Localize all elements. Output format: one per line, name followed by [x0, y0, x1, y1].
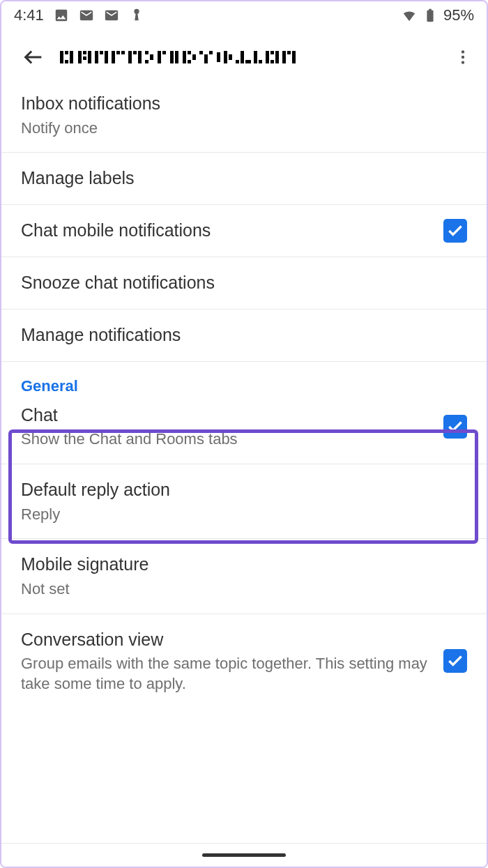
arrow-left-icon — [22, 45, 45, 69]
manage-labels-row[interactable]: Manage labels — [1, 152, 487, 204]
mail-icon-1 — [79, 8, 94, 23]
svg-rect-17 — [145, 51, 148, 54]
battery-icon — [422, 8, 438, 23]
svg-rect-37 — [254, 51, 257, 63]
svg-rect-36 — [245, 60, 251, 63]
svg-rect-8 — [95, 51, 98, 63]
svg-rect-12 — [116, 51, 120, 54]
svg-rect-26 — [188, 60, 191, 63]
svg-rect-3 — [70, 51, 73, 63]
wifi-icon — [402, 8, 417, 23]
mobile-signature-row[interactable]: Mobile signature Not set — [1, 538, 487, 613]
svg-rect-35 — [241, 51, 244, 63]
svg-rect-2 — [65, 60, 68, 63]
setting-title: Mobile signature — [21, 553, 467, 577]
svg-rect-34 — [236, 60, 239, 63]
svg-point-48 — [462, 61, 464, 63]
setting-title: Manage labels — [21, 167, 467, 190]
setting-title: Chat mobile notifications — [21, 219, 443, 243]
svg-rect-21 — [162, 51, 166, 54]
svg-rect-14 — [128, 51, 132, 63]
svg-rect-42 — [275, 51, 279, 63]
svg-rect-45 — [292, 51, 296, 63]
section-header-general: General — [1, 361, 487, 398]
svg-point-47 — [462, 56, 464, 59]
overflow-menu-button[interactable] — [448, 42, 478, 73]
chat-mobile-notifications-row[interactable]: Chat mobile notifications — [1, 204, 487, 257]
checkbox-checked[interactable] — [443, 649, 467, 673]
inbox-notifications-row[interactable]: Inbox notifications Notify once — [1, 85, 487, 152]
chat-toggle-row[interactable]: Chat Show the Chat and Rooms tabs — [1, 398, 487, 464]
svg-rect-22 — [170, 51, 174, 63]
setting-subtitle: Reply — [21, 505, 467, 525]
svg-rect-25 — [188, 51, 191, 54]
setting-title: Manage notifications — [21, 323, 467, 347]
image-icon — [54, 8, 69, 23]
svg-rect-43 — [282, 51, 286, 63]
conversation-view-row[interactable]: Conversation view Group emails with the … — [1, 614, 487, 708]
svg-rect-20 — [158, 51, 161, 63]
svg-rect-16 — [138, 51, 142, 63]
setting-title: Snooze chat notifications — [21, 271, 467, 295]
check-icon — [446, 418, 464, 436]
default-reply-action-row[interactable]: Default reply action Reply — [1, 464, 487, 538]
pixelated-text — [60, 47, 304, 68]
keyhole-icon — [129, 8, 144, 23]
svg-rect-6 — [83, 56, 86, 60]
setting-title: Default reply action — [21, 478, 467, 502]
setting-title: Conversation view — [21, 628, 429, 652]
checkbox-checked[interactable] — [443, 219, 467, 243]
back-button[interactable] — [18, 42, 49, 73]
svg-rect-1 — [65, 51, 68, 54]
svg-rect-4 — [78, 51, 82, 63]
svg-rect-38 — [259, 60, 262, 63]
svg-rect-29 — [204, 54, 208, 63]
checkbox-checked[interactable] — [443, 415, 467, 439]
svg-rect-18 — [150, 54, 153, 60]
snooze-chat-notifications-row[interactable]: Snooze chat notifications — [1, 257, 487, 309]
svg-rect-7 — [88, 51, 91, 63]
gesture-handle[interactable] — [202, 853, 286, 857]
svg-rect-19 — [145, 60, 148, 63]
status-bar: 4:41 95% — [1, 1, 487, 29]
svg-rect-13 — [121, 51, 125, 54]
svg-rect-10 — [105, 51, 108, 63]
settings-list: Inbox notifications Notify once Manage l… — [1, 85, 487, 708]
svg-rect-33 — [229, 54, 232, 60]
setting-subtitle: Notify once — [21, 119, 467, 139]
svg-rect-0 — [60, 51, 63, 63]
svg-rect-28 — [199, 51, 203, 54]
navigation-bar — [1, 843, 487, 867]
svg-rect-11 — [112, 51, 115, 63]
setting-subtitle: Not set — [21, 579, 467, 600]
manage-notifications-row[interactable]: Manage notifications — [1, 309, 487, 361]
check-icon — [446, 222, 464, 240]
setting-title: Inbox notifications — [21, 92, 467, 116]
svg-rect-23 — [175, 51, 178, 63]
svg-point-46 — [462, 50, 464, 53]
setting-subtitle: Show the Chat and Rooms tabs — [21, 429, 443, 450]
svg-rect-15 — [133, 51, 137, 54]
svg-rect-44 — [287, 51, 291, 54]
svg-rect-5 — [83, 51, 86, 54]
status-battery: 95% — [443, 6, 474, 24]
more-vert-icon — [454, 48, 472, 66]
svg-rect-30 — [209, 51, 213, 54]
account-email-title — [60, 47, 448, 68]
svg-rect-24 — [183, 51, 186, 63]
status-time: 4:41 — [14, 6, 44, 24]
setting-subtitle: Group emails with the same topic togethe… — [21, 654, 429, 694]
svg-rect-40 — [270, 51, 274, 54]
setting-title: Chat — [21, 404, 443, 427]
mail-icon-2 — [104, 8, 119, 23]
check-icon — [446, 652, 464, 670]
app-bar — [1, 29, 487, 85]
svg-rect-27 — [192, 54, 196, 60]
svg-rect-31 — [217, 52, 220, 62]
svg-rect-41 — [270, 60, 274, 63]
svg-rect-32 — [224, 51, 227, 63]
svg-rect-39 — [266, 51, 269, 63]
svg-rect-9 — [100, 51, 103, 54]
